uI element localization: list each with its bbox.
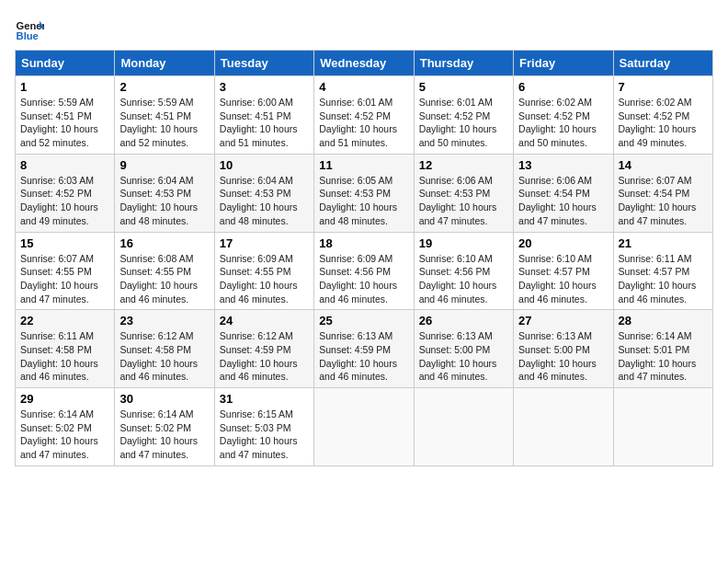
calendar-cell: 22Sunrise: 6:11 AMSunset: 4:58 PMDayligh… bbox=[16, 310, 115, 388]
calendar-cell: 15Sunrise: 6:07 AMSunset: 4:55 PMDayligh… bbox=[16, 232, 115, 310]
day-number: 9 bbox=[119, 158, 209, 172]
day-info: Sunrise: 6:08 AMSunset: 4:55 PMDaylight:… bbox=[119, 253, 198, 304]
day-number: 30 bbox=[119, 392, 209, 406]
calendar-cell: 17Sunrise: 6:09 AMSunset: 4:55 PMDayligh… bbox=[214, 232, 313, 310]
calendar-cell: 9Sunrise: 6:04 AMSunset: 4:53 PMDaylight… bbox=[115, 154, 214, 232]
logo: General Blue bbox=[15, 15, 48, 44]
calendar-cell: 28Sunrise: 6:14 AMSunset: 5:01 PMDayligh… bbox=[613, 310, 712, 388]
day-info: Sunrise: 6:00 AMSunset: 4:51 PMDaylight:… bbox=[220, 97, 298, 148]
day-info: Sunrise: 6:04 AMSunset: 4:53 PMDaylight:… bbox=[119, 175, 198, 226]
day-number: 11 bbox=[319, 158, 408, 172]
day-info: Sunrise: 6:13 AMSunset: 5:00 PMDaylight:… bbox=[518, 330, 597, 382]
calendar-cell: 30Sunrise: 6:14 AMSunset: 5:02 PMDayligh… bbox=[115, 388, 214, 466]
day-info: Sunrise: 6:07 AMSunset: 4:54 PMDaylight:… bbox=[619, 175, 697, 226]
day-info: Sunrise: 6:14 AMSunset: 5:02 PMDaylight:… bbox=[119, 408, 198, 460]
calendar-cell: 5Sunrise: 6:01 AMSunset: 4:52 PMDaylight… bbox=[414, 76, 513, 155]
day-number: 26 bbox=[419, 314, 508, 327]
day-info: Sunrise: 6:09 AMSunset: 4:55 PMDaylight:… bbox=[220, 253, 298, 304]
day-info: Sunrise: 6:09 AMSunset: 4:56 PMDaylight:… bbox=[319, 253, 397, 304]
calendar-cell: 6Sunrise: 6:02 AMSunset: 4:52 PMDaylight… bbox=[514, 76, 613, 155]
day-number: 12 bbox=[419, 158, 508, 172]
calendar-cell: 11Sunrise: 6:05 AMSunset: 4:53 PMDayligh… bbox=[314, 154, 414, 232]
day-number: 21 bbox=[619, 236, 708, 250]
col-header-friday: Friday bbox=[514, 51, 613, 76]
calendar-cell: 21Sunrise: 6:11 AMSunset: 4:57 PMDayligh… bbox=[613, 232, 712, 310]
calendar-cell: 14Sunrise: 6:07 AMSunset: 4:54 PMDayligh… bbox=[613, 154, 712, 232]
day-number: 14 bbox=[619, 158, 708, 172]
calendar-cell: 29Sunrise: 6:14 AMSunset: 5:02 PMDayligh… bbox=[16, 388, 115, 466]
day-info: Sunrise: 6:07 AMSunset: 4:55 PMDaylight:… bbox=[20, 253, 98, 304]
day-info: Sunrise: 6:11 AMSunset: 4:57 PMDaylight:… bbox=[619, 253, 697, 304]
day-number: 25 bbox=[319, 314, 408, 327]
calendar-cell bbox=[514, 388, 613, 466]
day-info: Sunrise: 6:02 AMSunset: 4:52 PMDaylight:… bbox=[518, 97, 597, 148]
day-number: 16 bbox=[119, 236, 209, 250]
day-number: 29 bbox=[20, 392, 109, 406]
day-number: 27 bbox=[518, 314, 608, 327]
day-number: 7 bbox=[619, 80, 708, 94]
calendar-cell: 31Sunrise: 6:15 AMSunset: 5:03 PMDayligh… bbox=[214, 388, 313, 466]
day-number: 10 bbox=[220, 158, 309, 172]
calendar-cell: 27Sunrise: 6:13 AMSunset: 5:00 PMDayligh… bbox=[514, 310, 613, 388]
day-number: 3 bbox=[220, 80, 309, 94]
calendar-cell: 18Sunrise: 6:09 AMSunset: 4:56 PMDayligh… bbox=[314, 232, 414, 310]
calendar-cell: 25Sunrise: 6:13 AMSunset: 4:59 PMDayligh… bbox=[314, 310, 414, 388]
day-number: 1 bbox=[20, 80, 109, 94]
calendar-cell: 16Sunrise: 6:08 AMSunset: 4:55 PMDayligh… bbox=[115, 232, 214, 310]
day-info: Sunrise: 5:59 AMSunset: 4:51 PMDaylight:… bbox=[119, 97, 198, 148]
calendar-cell: 23Sunrise: 6:12 AMSunset: 4:58 PMDayligh… bbox=[115, 310, 214, 388]
day-number: 5 bbox=[419, 80, 508, 94]
day-info: Sunrise: 6:14 AMSunset: 5:01 PMDaylight:… bbox=[619, 330, 697, 382]
calendar-table: SundayMondayTuesdayWednesdayThursdayFrid… bbox=[15, 50, 713, 466]
day-info: Sunrise: 6:13 AMSunset: 5:00 PMDaylight:… bbox=[419, 330, 497, 382]
calendar-cell: 13Sunrise: 6:06 AMSunset: 4:54 PMDayligh… bbox=[514, 154, 613, 232]
day-info: Sunrise: 6:02 AMSunset: 4:52 PMDaylight:… bbox=[619, 97, 697, 148]
header: General Blue bbox=[15, 15, 713, 44]
day-number: 24 bbox=[220, 314, 309, 327]
day-info: Sunrise: 6:12 AMSunset: 4:58 PMDaylight:… bbox=[119, 330, 198, 382]
col-header-wednesday: Wednesday bbox=[314, 51, 414, 76]
day-number: 31 bbox=[220, 392, 309, 406]
day-number: 28 bbox=[619, 314, 708, 327]
calendar-cell: 1Sunrise: 5:59 AMSunset: 4:51 PMDaylight… bbox=[16, 76, 115, 155]
calendar-cell: 2Sunrise: 5:59 AMSunset: 4:51 PMDaylight… bbox=[115, 76, 214, 155]
calendar-cell bbox=[314, 388, 414, 466]
day-number: 20 bbox=[518, 236, 608, 250]
day-number: 23 bbox=[119, 314, 209, 327]
day-info: Sunrise: 6:13 AMSunset: 4:59 PMDaylight:… bbox=[319, 330, 397, 382]
day-info: Sunrise: 6:06 AMSunset: 4:54 PMDaylight:… bbox=[518, 175, 597, 226]
day-info: Sunrise: 6:06 AMSunset: 4:53 PMDaylight:… bbox=[419, 175, 497, 226]
day-info: Sunrise: 6:11 AMSunset: 4:58 PMDaylight:… bbox=[20, 330, 98, 382]
calendar-cell: 26Sunrise: 6:13 AMSunset: 5:00 PMDayligh… bbox=[414, 310, 513, 388]
logo-icon: General Blue bbox=[15, 15, 44, 44]
col-header-monday: Monday bbox=[115, 51, 214, 76]
calendar-cell bbox=[613, 388, 712, 466]
day-info: Sunrise: 6:10 AMSunset: 4:57 PMDaylight:… bbox=[518, 253, 597, 304]
day-number: 6 bbox=[518, 80, 608, 94]
calendar-cell: 7Sunrise: 6:02 AMSunset: 4:52 PMDaylight… bbox=[613, 76, 712, 155]
day-info: Sunrise: 6:01 AMSunset: 4:52 PMDaylight:… bbox=[419, 97, 497, 148]
day-info: Sunrise: 6:04 AMSunset: 4:53 PMDaylight:… bbox=[220, 175, 298, 226]
day-number: 15 bbox=[20, 236, 109, 250]
day-info: Sunrise: 6:12 AMSunset: 4:59 PMDaylight:… bbox=[220, 330, 298, 382]
calendar-cell: 4Sunrise: 6:01 AMSunset: 4:52 PMDaylight… bbox=[314, 76, 414, 155]
day-info: Sunrise: 6:01 AMSunset: 4:52 PMDaylight:… bbox=[319, 97, 397, 148]
day-info: Sunrise: 6:10 AMSunset: 4:56 PMDaylight:… bbox=[419, 253, 497, 304]
day-number: 4 bbox=[319, 80, 408, 94]
day-info: Sunrise: 6:05 AMSunset: 4:53 PMDaylight:… bbox=[319, 175, 397, 226]
col-header-tuesday: Tuesday bbox=[214, 51, 313, 76]
calendar-cell: 3Sunrise: 6:00 AMSunset: 4:51 PMDaylight… bbox=[214, 76, 313, 155]
col-header-sunday: Sunday bbox=[16, 51, 115, 76]
calendar-cell: 19Sunrise: 6:10 AMSunset: 4:56 PMDayligh… bbox=[414, 232, 513, 310]
day-number: 2 bbox=[119, 80, 209, 94]
calendar-cell: 20Sunrise: 6:10 AMSunset: 4:57 PMDayligh… bbox=[514, 232, 613, 310]
calendar-cell: 24Sunrise: 6:12 AMSunset: 4:59 PMDayligh… bbox=[214, 310, 313, 388]
day-number: 19 bbox=[419, 236, 508, 250]
calendar-cell: 10Sunrise: 6:04 AMSunset: 4:53 PMDayligh… bbox=[214, 154, 313, 232]
day-number: 17 bbox=[220, 236, 309, 250]
col-header-saturday: Saturday bbox=[613, 51, 712, 76]
day-info: Sunrise: 5:59 AMSunset: 4:51 PMDaylight:… bbox=[20, 97, 98, 148]
svg-text:Blue: Blue bbox=[17, 30, 39, 41]
col-header-thursday: Thursday bbox=[414, 51, 513, 76]
day-info: Sunrise: 6:14 AMSunset: 5:02 PMDaylight:… bbox=[20, 408, 98, 460]
